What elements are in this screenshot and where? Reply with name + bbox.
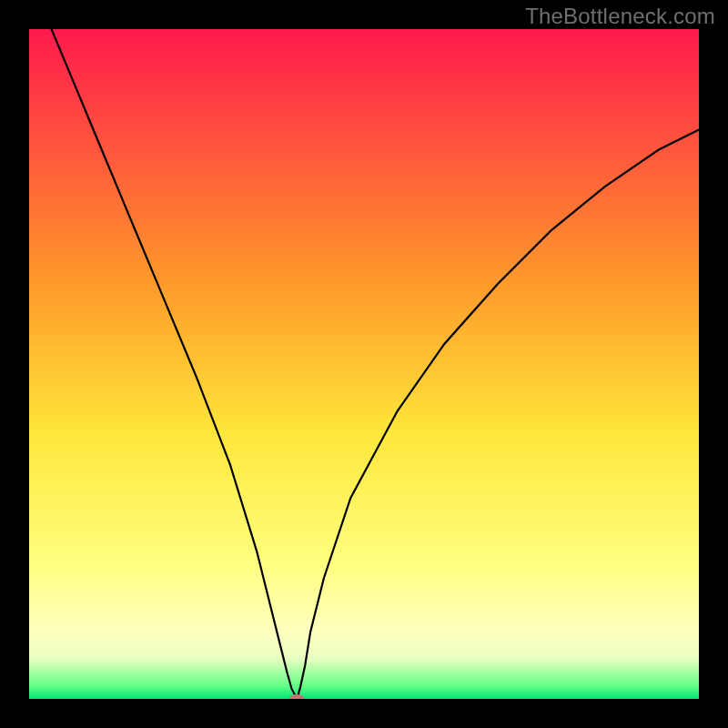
watermark-text: TheBottleneck.com — [525, 4, 715, 29]
chart-stage: TheBottleneck.com — [0, 0, 728, 728]
chart-svg — [29, 29, 699, 699]
gradient-background — [29, 29, 699, 699]
plot-area — [29, 29, 699, 699]
